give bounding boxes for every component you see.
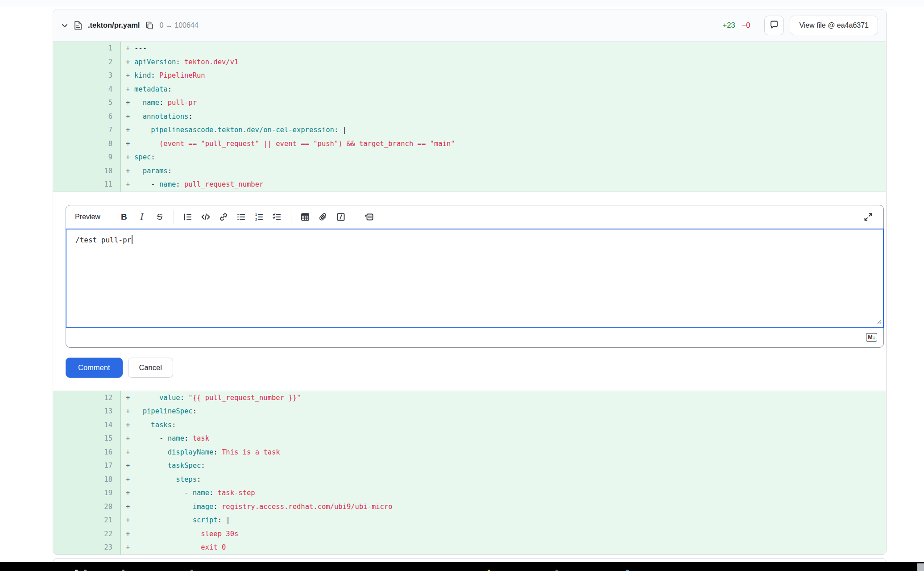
line-number[interactable]: 8 (53, 137, 121, 151)
diff-part-1: 1+---2+apiVersion: tekton.dev/v13+kind: … (53, 42, 886, 192)
collapse-file-button[interactable] (61, 22, 68, 29)
file-name[interactable]: .tekton/pr.yaml (88, 21, 140, 29)
line-number[interactable]: 7 (53, 123, 121, 137)
resize-handle-icon[interactable] (875, 318, 882, 326)
diff-code: +apiVersion: tekton.dev/v1 (121, 55, 886, 69)
file-icon (74, 21, 82, 30)
link-icon[interactable] (215, 209, 232, 225)
code-icon[interactable] (198, 209, 214, 225)
diff-line: 16+ displayName: This is a task (53, 446, 886, 459)
additions-count: +23 (723, 21, 735, 29)
line-number[interactable]: 10 (53, 164, 121, 178)
switch-editor-icon[interactable] (361, 209, 377, 225)
diff-line: 11+ - name: pull_request_number (53, 178, 886, 192)
line-number[interactable]: 3 (53, 69, 121, 83)
toolbar-divider (291, 210, 291, 224)
line-number[interactable]: 5 (53, 96, 121, 110)
diff-code: + steps: (121, 473, 886, 487)
copy-path-button[interactable] (145, 21, 153, 29)
diff-line: 23+ exit 0 (53, 541, 886, 554)
line-number[interactable]: 14 (53, 418, 121, 432)
diff-line: 21+ script: | (53, 513, 886, 527)
diff-line: 22+ sleep 30s (53, 527, 886, 541)
line-number[interactable]: 23 (53, 541, 121, 554)
line-number[interactable]: 9 (53, 150, 121, 164)
attachment-icon[interactable] (315, 209, 331, 225)
diff-code: + pipelinesascode.tekton.dev/on-cel-expr… (121, 123, 886, 137)
bold-icon[interactable]: B (116, 209, 132, 225)
line-number[interactable]: 17 (53, 459, 121, 473)
diff-line: 19+ - name: task-step (53, 486, 886, 500)
tab-preview[interactable]: Preview (73, 213, 104, 221)
addition-marker: + (121, 446, 134, 459)
markdown-supported-icon[interactable]: M↓ (866, 333, 877, 342)
addition-marker: + (121, 96, 134, 110)
diff-code: +kind: PipelineRun (121, 69, 886, 83)
diff-code: + value: "{{ pull_request_number }}" (121, 391, 886, 405)
addition-marker: + (121, 83, 134, 96)
markdown-editor: Preview B I S 12 (66, 205, 884, 348)
ordered-list-icon[interactable]: 12 (251, 209, 267, 225)
inline-comment-section: Preview B I S 12 (53, 192, 886, 391)
taskbar[interactable] (0, 562, 924, 571)
line-number[interactable]: 20 (53, 500, 121, 514)
table-icon[interactable] (297, 209, 313, 225)
line-number[interactable]: 15 (53, 432, 121, 446)
diff-line: 14+ tasks: (53, 418, 886, 432)
addition-marker: + (121, 55, 134, 69)
line-number[interactable]: 11 (53, 178, 121, 192)
italic-icon[interactable]: I (134, 209, 150, 225)
toolbar-divider (110, 210, 110, 224)
heading-icon[interactable] (180, 209, 196, 225)
line-number[interactable]: 6 (53, 110, 121, 124)
task-list-icon[interactable] (269, 209, 285, 225)
line-number[interactable]: 13 (53, 404, 121, 418)
line-number[interactable]: 1 (53, 42, 121, 55)
addition-marker: + (121, 459, 134, 473)
addition-marker: + (121, 513, 134, 527)
diff-code: +spec: (121, 150, 886, 164)
addition-marker: + (121, 527, 134, 541)
view-file-button[interactable]: View file @ ea4a6371 (790, 16, 878, 35)
text-caret (132, 235, 133, 244)
line-number[interactable]: 16 (53, 446, 121, 459)
diff-line: 1+--- (53, 42, 886, 55)
diff-code: + script: | (121, 513, 886, 527)
diff-code: + tasks: (121, 418, 886, 432)
line-number[interactable]: 2 (53, 55, 121, 69)
cancel-button[interactable]: Cancel (128, 358, 173, 378)
comment-button[interactable]: Comment (66, 358, 123, 378)
unordered-list-icon[interactable] (233, 209, 249, 225)
addition-marker: + (121, 164, 134, 178)
addition-marker: + (121, 42, 134, 55)
svg-text:2: 2 (255, 218, 257, 221)
diff-file-card: .tekton/pr.yaml 0 → 100644 +23 −0 View f… (53, 9, 887, 555)
diff-code: + - name: task-step (121, 486, 886, 500)
diff-code: + params: (121, 164, 886, 178)
comment-textarea[interactable]: /test pull-pr (66, 229, 884, 328)
scrollbar-thumb[interactable] (917, 563, 924, 571)
addition-marker: + (121, 137, 134, 151)
line-number[interactable]: 4 (53, 83, 121, 96)
addition-marker: + (121, 473, 134, 487)
diff-code: + exit 0 (121, 541, 886, 554)
diff-line: 6+ annotations: (53, 110, 886, 124)
line-number[interactable]: 21 (53, 513, 121, 527)
square-slash-icon[interactable] (333, 209, 349, 225)
line-number[interactable]: 18 (53, 473, 121, 487)
svg-text:1: 1 (255, 213, 257, 216)
line-number[interactable]: 22 (53, 527, 121, 541)
expand-editor-icon[interactable] (860, 209, 876, 225)
line-number[interactable]: 12 (53, 391, 121, 405)
addition-marker: + (121, 178, 134, 192)
line-number[interactable]: 19 (53, 486, 121, 500)
toolbar-divider (355, 210, 355, 224)
strikethrough-icon[interactable]: S (152, 209, 168, 225)
diff-line: 18+ steps: (53, 473, 886, 487)
toggle-file-comments-button[interactable] (764, 16, 784, 35)
comment-text: /test pull-pr (75, 236, 131, 244)
top-divider-strip (0, 0, 924, 5)
deletions-count: −0 (742, 21, 750, 29)
editor-toolbar: Preview B I S 12 (66, 205, 883, 229)
addition-marker: + (121, 404, 134, 418)
